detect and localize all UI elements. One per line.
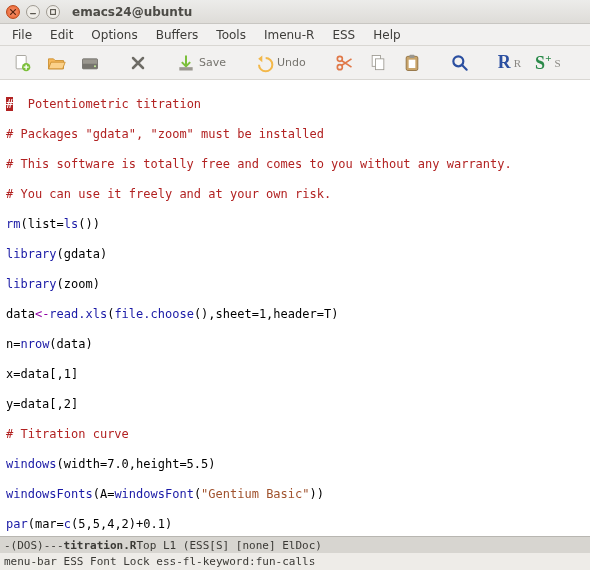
- undo-icon: [254, 53, 274, 73]
- menu-buffers[interactable]: Buffers: [148, 26, 207, 44]
- code-line: library(gdata): [6, 247, 584, 262]
- toolbar-eval-button[interactable]: [585, 50, 590, 76]
- window-close-button[interactable]: [6, 5, 20, 19]
- drive-icon: [80, 53, 100, 73]
- code-line: # Potentiometric titration: [6, 97, 584, 112]
- s-letter-icon: S+: [535, 52, 551, 74]
- toolbar-start-r-button[interactable]: R R: [494, 49, 525, 76]
- close-icon: [9, 8, 17, 16]
- search-icon: [450, 53, 470, 73]
- code-line: windows(width=7.0,height=5.5): [6, 457, 584, 472]
- svg-rect-10: [375, 58, 383, 69]
- code-line: n=nrow(data): [6, 337, 584, 352]
- code-line: # Packages "gdata", "zoom" must be insta…: [6, 127, 584, 142]
- toolbar-new-button[interactable]: [8, 50, 36, 76]
- code-line: par(mar=c(5,5,4,2)+0.1): [6, 517, 584, 532]
- s-sub-label: S: [554, 57, 560, 69]
- menu-options[interactable]: Options: [83, 26, 145, 44]
- code-line: # You can use it freely and at your own …: [6, 187, 584, 202]
- modeline-right: Top L1 (ESS[S] [none] ElDoc): [136, 539, 321, 552]
- copy-icon: [368, 53, 388, 73]
- menu-help[interactable]: Help: [365, 26, 408, 44]
- x-icon: [128, 53, 148, 73]
- minimize-icon: [29, 8, 37, 16]
- save-icon: [176, 53, 196, 73]
- modeline-left: -(DOS)---: [4, 539, 64, 552]
- toolbar-open-button[interactable]: [42, 50, 70, 76]
- toolbar-copy-button[interactable]: [364, 50, 392, 76]
- open-folder-icon: [46, 53, 66, 73]
- window-minimize-button[interactable]: [26, 5, 40, 19]
- toolbar-start-s-button[interactable]: S+ S: [531, 49, 564, 77]
- svg-rect-0: [51, 9, 56, 14]
- paste-icon: [402, 53, 422, 73]
- toolbar-diskette-button[interactable]: [76, 50, 104, 76]
- tool-bar: Save Undo R R S+ S: [0, 46, 590, 80]
- menu-file[interactable]: File: [4, 26, 40, 44]
- menu-edit[interactable]: Edit: [42, 26, 81, 44]
- svg-rect-12: [409, 54, 414, 57]
- r-sub-label: R: [514, 57, 521, 69]
- code-line: y=data[,2]: [6, 397, 584, 412]
- toolbar-save-button[interactable]: Save: [172, 50, 230, 76]
- menu-imenu-r[interactable]: Imenu-R: [256, 26, 323, 44]
- svg-rect-6: [179, 67, 192, 70]
- svg-point-5: [94, 65, 96, 67]
- save-label: Save: [199, 56, 226, 69]
- code-line: library(zoom): [6, 277, 584, 292]
- menu-ess[interactable]: ESS: [324, 26, 363, 44]
- toolbar-search-button[interactable]: [446, 50, 474, 76]
- toolbar-paste-button[interactable]: [398, 50, 426, 76]
- code-line: rm(list=ls()): [6, 217, 584, 232]
- menu-tools[interactable]: Tools: [208, 26, 254, 44]
- maximize-icon: [49, 8, 57, 16]
- r-letter-icon: R: [498, 52, 511, 73]
- code-line: # Titration curve: [6, 427, 584, 442]
- menu-bar: File Edit Options Buffers Tools Imenu-R …: [0, 24, 590, 46]
- undo-label: Undo: [277, 56, 306, 69]
- mode-line[interactable]: -(DOS)--- titration.R Top L1 (ESS[S] [no…: [0, 536, 590, 553]
- window-titlebar: emacs24@ubuntu: [0, 0, 590, 24]
- code-line: data<-read.xls(file.choose(),sheet=1,hea…: [6, 307, 584, 322]
- window-maximize-button[interactable]: [46, 5, 60, 19]
- window-title: emacs24@ubuntu: [72, 5, 192, 19]
- svg-rect-13: [408, 59, 415, 67]
- code-line: windowsFonts(A=windowsFont("Gentium Basi…: [6, 487, 584, 502]
- minibuffer[interactable]: menu-bar ESS Font Lock ess-fl-keyword:fu…: [0, 553, 590, 570]
- toolbar-close-button[interactable]: [124, 50, 152, 76]
- new-file-icon: [12, 53, 32, 73]
- code-line: x=data[,1]: [6, 367, 584, 382]
- scissors-icon: [334, 53, 354, 73]
- code-line: # This software is totally free and come…: [6, 157, 584, 172]
- toolbar-cut-button[interactable]: [330, 50, 358, 76]
- toolbar-undo-button[interactable]: Undo: [250, 50, 310, 76]
- editor-buffer[interactable]: # Potentiometric titration # Packages "g…: [0, 80, 590, 536]
- minibuffer-text: menu-bar ESS Font Lock ess-fl-keyword:fu…: [4, 555, 315, 568]
- modeline-buffer-name: titration.R: [64, 539, 137, 552]
